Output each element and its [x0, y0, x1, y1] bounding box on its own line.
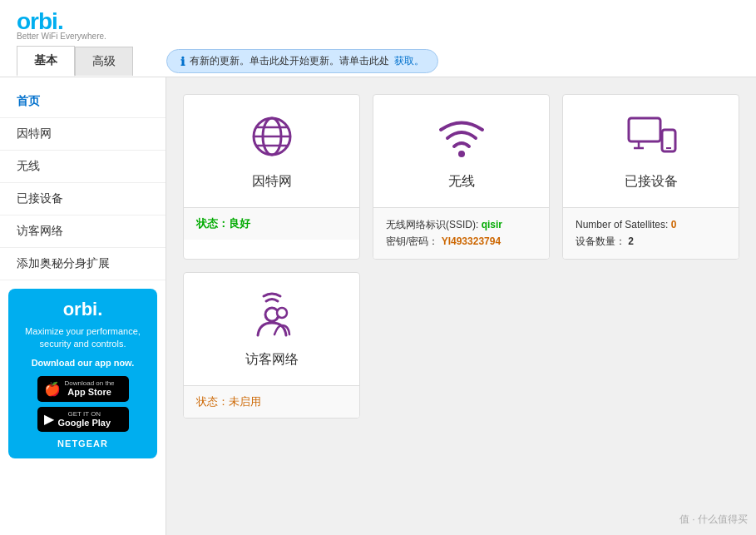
satellites-label: Number of Satellites:: [576, 219, 668, 230]
card-internet-top: 因特网: [184, 95, 359, 207]
main-layout: 首页 因特网 无线 已接设备 访客网络 添加奥秘分身扩展 orbi. Maxim…: [0, 77, 756, 535]
promo-cta: Download our app now.: [18, 358, 147, 368]
netgear-logo: NETGEAR: [18, 438, 147, 448]
card-internet[interactable]: 因特网 状态：良好: [183, 94, 360, 260]
wireless-card-bottom: 无线网络标识(SSID): qisir 密钥/密码： YI493323794: [373, 207, 549, 259]
ssid-label: 无线网络标识(SSID):: [386, 219, 478, 230]
watermark: 值 · 什么值得买: [679, 513, 748, 527]
google-play-main: Google Play: [58, 418, 111, 428]
devices-count-row: 设备数量： 2: [576, 233, 726, 250]
internet-status: 状态：良好: [196, 217, 250, 230]
ssid-value: qisir: [482, 219, 502, 230]
devices-count-value: 2: [628, 235, 634, 247]
guest-card-title: 访客网络: [245, 351, 299, 369]
internet-status-value: 良好: [229, 217, 250, 230]
tab-advanced[interactable]: 高级: [75, 47, 133, 76]
google-play-sub: GET IT ON: [58, 410, 111, 419]
wireless-card-title: 无线: [448, 173, 475, 191]
devices-icon: [622, 111, 680, 165]
card-guest[interactable]: 访客网络 状态：未启用: [183, 272, 360, 419]
internet-status-label: 状态：: [196, 217, 229, 230]
cards-row-2: 访客网络 状态：未启用: [183, 272, 739, 419]
tabs-row: 基本 高级 ℹ 有新的更新。单击此处开始更新。请单击此处 获取。: [17, 46, 739, 77]
connected-card-bottom: Number of Satellites: 0 设备数量： 2: [563, 207, 739, 259]
promo-logo: orbi.: [18, 299, 147, 320]
update-text: 有新的更新。单击此处开始更新。请单击此处: [190, 54, 389, 68]
password-label: 密钥/密码：: [386, 235, 438, 247]
logo-tagline: Better WiFi Everywhere.: [17, 32, 106, 41]
sidebar: 首页 因特网 无线 已接设备 访客网络 添加奥秘分身扩展 orbi. Maxim…: [0, 77, 166, 535]
svg-point-5: [458, 151, 465, 157]
guest-status-label: 状态：: [196, 395, 229, 408]
guest-status-value: 未启用: [229, 395, 261, 408]
card-guest-top: 访客网络: [184, 273, 359, 385]
sidebar-item-wireless[interactable]: 无线: [0, 151, 166, 183]
app-store-main: App Store: [65, 387, 115, 398]
card-connected-top: 已接设备: [563, 95, 739, 207]
internet-card-bottom: 状态：良好: [184, 207, 359, 240]
info-icon: ℹ: [180, 55, 185, 68]
cards-row-1: 因特网 状态：良好: [183, 94, 739, 260]
card-connected-devices[interactable]: 已接设备 Number of Satellites: 0 设备数量： 2: [562, 94, 739, 260]
promo-card: orbi. Maximize your performance, securit…: [8, 289, 157, 458]
update-link[interactable]: 获取。: [394, 54, 424, 68]
sidebar-item-expand[interactable]: 添加奥秘分身扩展: [0, 248, 166, 280]
satellites-row: Number of Satellites: 0: [576, 216, 726, 233]
connected-card-title: 已接设备: [625, 173, 678, 191]
guest-status: 状态：未启用: [196, 395, 261, 408]
svg-point-12: [277, 308, 287, 318]
google-play-icon: ▶: [44, 411, 54, 427]
internet-icon: [243, 111, 301, 165]
satellites-value: 0: [671, 219, 677, 230]
sidebar-item-internet[interactable]: 因特网: [0, 118, 166, 151]
devices-label: 设备数量：: [576, 235, 625, 247]
app-store-button[interactable]: 🍎 Download on the App Store: [37, 376, 129, 402]
sidebar-item-home[interactable]: 首页: [0, 86, 166, 118]
app-store-sub: Download on the: [65, 379, 115, 388]
wireless-ssid-row: 无线网络标识(SSID): qisir: [386, 216, 536, 233]
promo-headline: Maximize your performance, security and …: [18, 325, 147, 351]
card-wireless[interactable]: 无线 无线网络标识(SSID): qisir 密钥/密码： YI49332379…: [373, 94, 550, 260]
password-value: YI493323794: [442, 235, 501, 247]
svg-rect-6: [629, 118, 660, 141]
google-play-button[interactable]: ▶ GET IT ON Google Play: [37, 407, 129, 433]
guest-icon: [243, 290, 301, 343]
logo-area: orbi. Better WiFi Everywhere.: [17, 8, 739, 41]
guest-card-bottom: 状态：未启用: [184, 385, 359, 418]
wireless-password-row: 密钥/密码： YI493323794: [386, 233, 536, 250]
app-buttons: 🍎 Download on the App Store ▶ GET IT ON …: [18, 376, 147, 433]
content-area: 因特网 状态：良好: [166, 77, 756, 535]
update-banner[interactable]: ℹ 有新的更新。单击此处开始更新。请单击此处 获取。: [166, 49, 438, 73]
card-wireless-top: 无线: [373, 95, 549, 207]
orbi-logo: orbi.: [17, 8, 63, 34]
wifi-icon: [432, 111, 491, 165]
sidebar-item-guest[interactable]: 访客网络: [0, 215, 166, 248]
header: orbi. Better WiFi Everywhere. 基本 高级 ℹ 有新…: [0, 0, 756, 77]
tab-basic[interactable]: 基本: [17, 46, 75, 77]
apple-icon: 🍎: [44, 381, 61, 397]
internet-card-title: 因特网: [252, 173, 292, 191]
sidebar-item-connected[interactable]: 已接设备: [0, 183, 166, 215]
